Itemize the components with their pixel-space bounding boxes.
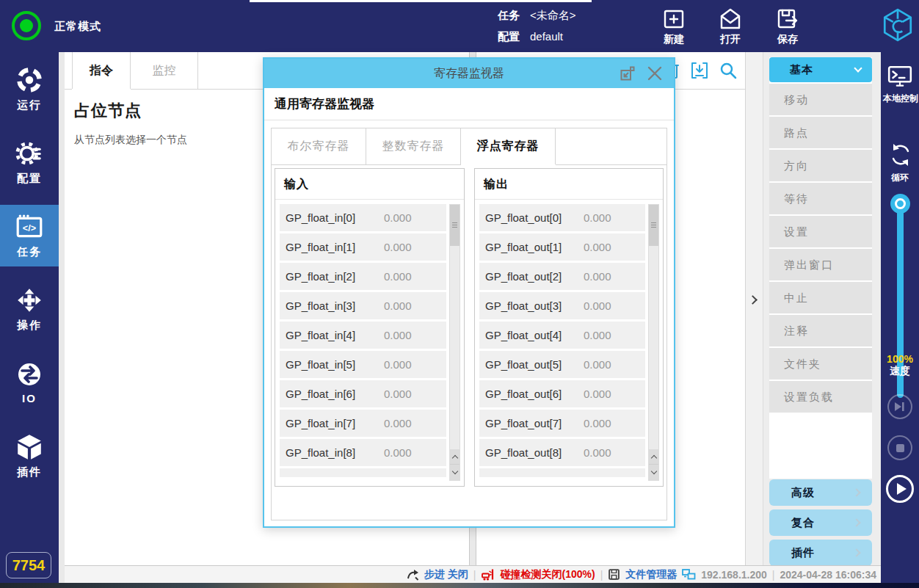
- insert-node-icon[interactable]: [690, 61, 709, 80]
- instruction-item-list: 移动 路点 方向 等待 设置 弹出窗口 中止 注释 文件夹 设置负载: [769, 84, 872, 413]
- tab-monitor[interactable]: 监控: [131, 52, 198, 89]
- instruction-item[interactable]: 注释: [769, 315, 872, 346]
- register-row[interactable]: GP_float_out[0] 0.000: [479, 204, 645, 231]
- instruction-panel: 基本 移动 路点 方向 等待 设置 弹出窗口 中止 注释 文件夹: [763, 52, 881, 565]
- instruction-item[interactable]: 移动: [769, 84, 872, 115]
- collapse-chevron-icon[interactable]: [748, 295, 758, 305]
- scrollbar-thumb[interactable]: [649, 205, 658, 246]
- sidebar-item-run[interactable]: 运行: [0, 52, 59, 126]
- output-register-list: GP_float_out[0] 0.000 GP_float_out[1] 0.…: [475, 200, 663, 485]
- dialog-titlebar[interactable]: 寄存器监视器: [264, 59, 674, 88]
- stop-button[interactable]: [887, 435, 912, 460]
- input-rows: GP_float_in[0] 0.000 GP_float_in[1] 0.00…: [280, 204, 446, 466]
- scroll-up-button[interactable]: [450, 449, 460, 465]
- save-task-label: 保存: [762, 33, 813, 46]
- sidebar-item-io[interactable]: IO: [0, 346, 59, 419]
- register-row[interactable]: GP_float_out[3] 0.000: [479, 292, 645, 319]
- instruction-item[interactable]: 文件夹: [769, 348, 872, 380]
- register-value: 0.000: [584, 388, 611, 400]
- collision-status[interactable]: 碰撞检测关闭(100%): [501, 568, 595, 581]
- instruction-item[interactable]: 方向: [769, 150, 872, 181]
- code-badge[interactable]: 7754: [6, 552, 51, 578]
- register-type-tab[interactable]: 布尔寄存器: [272, 128, 366, 164]
- sidebar-item-operate[interactable]: 操作: [0, 272, 59, 346]
- instruction-group-basic[interactable]: 基本: [769, 57, 872, 82]
- task-label: 任务: [498, 9, 520, 21]
- register-row[interactable]: GP_float_in[7] 0.000: [280, 410, 446, 437]
- new-task-button[interactable]: 新建: [648, 7, 700, 46]
- register-row[interactable]: GP_float_in[1] 0.000: [280, 233, 446, 261]
- register-row[interactable]: GP_float_out[6] 0.000: [479, 380, 645, 407]
- instruction-item[interactable]: 等待: [769, 183, 872, 214]
- register-row[interactable]: GP_float_in[5] 0.000: [280, 351, 446, 378]
- register-type-tab[interactable]: 浮点寄存器: [461, 128, 556, 164]
- plugin-icon: [15, 432, 44, 462]
- loop-icon[interactable]: [887, 142, 914, 168]
- register-row[interactable]: GP_float_in[2] 0.000: [280, 263, 446, 290]
- instruction-item[interactable]: 中止: [769, 282, 872, 313]
- register-row[interactable]: GP_float_out[4] 0.000: [479, 322, 645, 349]
- register-name: GP_float_out[5]: [479, 358, 584, 371]
- close-icon[interactable]: [646, 65, 664, 82]
- step-forward-button[interactable]: [887, 394, 912, 419]
- local-control-icon[interactable]: [887, 64, 913, 90]
- save-icon: [774, 7, 801, 32]
- stop-icon: [896, 444, 904, 452]
- instruction-item[interactable]: 设置负载: [769, 381, 872, 413]
- save-task-button[interactable]: 保存: [762, 7, 813, 46]
- instruction-column: 基本 移动 路点 方向 等待 设置 弹出窗口 中止 注释 文件夹: [769, 57, 872, 479]
- collision-icon: [482, 568, 495, 581]
- register-value: 0.000: [384, 388, 412, 400]
- register-name: GP_float_in[4]: [280, 329, 384, 341]
- instruction-group-button[interactable]: 插件: [769, 540, 872, 566]
- speed-slider-handle[interactable]: [890, 194, 910, 214]
- register-row[interactable]: GP_float_out[8] 0.000: [479, 439, 645, 466]
- instruction-item[interactable]: 弹出窗口: [769, 249, 872, 280]
- register-row[interactable]: GP_float_in[0] 0.000: [280, 204, 446, 231]
- instruction-item[interactable]: 路点: [769, 117, 872, 148]
- new-task-label: 新建: [648, 33, 700, 46]
- instruction-item[interactable]: 设置: [769, 216, 872, 247]
- separator: |: [772, 569, 775, 581]
- scroll-up-button[interactable]: [649, 449, 658, 465]
- config-value: default: [530, 30, 563, 43]
- instruction-group-button[interactable]: 复合: [769, 509, 872, 536]
- register-row[interactable]: GP_float_out[2] 0.000: [479, 263, 645, 290]
- scroll-down-button[interactable]: [649, 465, 658, 480]
- config-label: 配置: [498, 30, 520, 43]
- io-icon: [15, 360, 43, 388]
- input-scrollbar[interactable]: [449, 204, 460, 481]
- instruction-group-button[interactable]: 高级: [769, 479, 872, 506]
- sidebar-item-configure[interactable]: 配置: [0, 126, 59, 199]
- output-scrollbar[interactable]: [648, 204, 659, 481]
- chevron-up-icon: [452, 455, 458, 461]
- dialog-title: 寄存器监视器: [434, 66, 504, 81]
- dialog-section-title: 通用寄存器监视器: [264, 88, 674, 120]
- scrollbar-thumb[interactable]: [450, 205, 460, 246]
- register-name: GP_float_out[4]: [479, 329, 584, 341]
- sidebar-item-label: 操作: [17, 319, 42, 333]
- panel-collapse-strip: [746, 52, 763, 565]
- register-row[interactable]: GP_float_in[8] 0.000: [280, 439, 446, 466]
- file-manager-link[interactable]: 文件管理器: [625, 568, 677, 581]
- register-row[interactable]: GP_float_out[5] 0.000: [479, 351, 645, 378]
- register-row[interactable]: GP_float_in[4] 0.000: [280, 322, 446, 349]
- play-button[interactable]: [886, 475, 914, 503]
- search-icon[interactable]: [719, 61, 738, 80]
- overlapping-window-edge: [250, 0, 592, 2]
- register-row[interactable]: GP_float_in[3] 0.000: [280, 292, 446, 319]
- sidebar-item-task[interactable]: </> 任务: [0, 199, 59, 272]
- register-type-tab[interactable]: 整数寄存器: [366, 128, 461, 164]
- sidebar-item-plugin[interactable]: 插件: [0, 419, 59, 493]
- output-header: 输出: [475, 169, 663, 200]
- step-status[interactable]: 步进 关闭: [424, 568, 468, 581]
- register-row[interactable]: GP_float_out[7] 0.000: [479, 410, 645, 437]
- output-rows: GP_float_out[0] 0.000 GP_float_out[1] 0.…: [479, 204, 645, 466]
- open-task-button[interactable]: 打开: [705, 7, 756, 46]
- expand-icon[interactable]: [620, 65, 636, 81]
- tab-command[interactable]: 指令: [72, 52, 131, 89]
- register-row[interactable]: GP_float_out[1] 0.000: [479, 233, 645, 261]
- chevron-down-icon: [452, 468, 458, 474]
- register-row[interactable]: GP_float_in[6] 0.000: [280, 380, 446, 407]
- scroll-down-button[interactable]: [450, 465, 460, 480]
